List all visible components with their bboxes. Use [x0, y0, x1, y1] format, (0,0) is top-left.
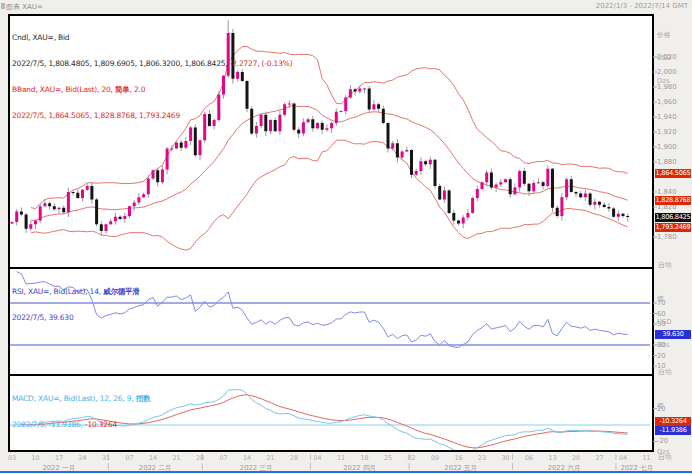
- tick-label: 1,920: [657, 128, 676, 136]
- price-axis-auto-button[interactable]: 自动: [658, 260, 672, 270]
- day-label: 10: [29, 454, 43, 462]
- day-label: 21: [264, 454, 278, 462]
- rsi-axis-badge: 39.630: [655, 330, 691, 339]
- rsi-value: 2022/7/5, 39.630: [12, 314, 140, 323]
- tick-label: 20: [657, 405, 666, 413]
- day-label: 23: [475, 454, 489, 462]
- bband-values: 2022/7/5, 1,864.5065, 1,828.8768, 1,793.…: [12, 112, 292, 121]
- bband-upper-axis-badge: 1,864.5065: [655, 169, 691, 178]
- day-label: 09: [428, 454, 442, 462]
- price-legend: Cndl, XAU=, Bid 2022/7/5, 1,808.4805, 1,…: [12, 17, 292, 129]
- tick-label: -20: [657, 437, 668, 445]
- tick-label: 70: [657, 299, 666, 307]
- day-label: 14: [146, 454, 160, 462]
- ohlc-values: 2022/7/5, 1,808.4805, 1,809.6905, 1,806.…: [12, 59, 228, 68]
- day-label: 16: [452, 454, 466, 462]
- rsi-legend: RSI, XAU=, Bid(Last), 14, 威尔德平滑 2022/7/5…: [12, 271, 140, 331]
- tick-label: 2,000: [657, 68, 676, 76]
- tick-label: 1,900: [657, 143, 676, 151]
- day-label: 18: [358, 454, 372, 462]
- change-values: -2.2727, (-0.13%): [228, 59, 293, 68]
- tick-label: 30: [657, 341, 666, 349]
- bband-series-label: BBand, XAU=, Bid(Last), 20,: [12, 85, 115, 94]
- day-label: 06: [522, 454, 536, 462]
- tick-label: 1,960: [657, 98, 676, 106]
- day-label: 24: [76, 454, 90, 462]
- day-label: 07: [123, 454, 137, 462]
- macd-line-axis-badge: -11.9386: [655, 426, 691, 435]
- day-label: 02: [405, 454, 419, 462]
- macd-signal-value: -10.3264: [83, 420, 117, 429]
- day-label: 11: [334, 454, 348, 462]
- day-label: 14: [240, 454, 254, 462]
- day-label: 31: [99, 454, 113, 462]
- day-label: 20: [569, 454, 583, 462]
- tick-label: 1,940: [657, 113, 676, 121]
- day-label: 21: [170, 454, 184, 462]
- day-label: 13: [546, 454, 560, 462]
- macd-axis-auto-button[interactable]: 自动: [658, 452, 672, 462]
- tick-label: 1,980: [657, 83, 676, 91]
- tick-label: 1,840: [657, 188, 676, 196]
- tick-label: 10: [657, 362, 666, 370]
- rsi-series-label: RSI, XAU=, Bid(Last), 14,: [12, 287, 103, 296]
- day-label: 28: [193, 454, 207, 462]
- day-label: 11: [640, 454, 654, 462]
- macd-value: 2022/7/5, -11.9386,: [12, 420, 83, 429]
- macd-signal-axis-badge: -10.3264: [655, 417, 691, 426]
- day-label: 27: [593, 454, 607, 462]
- day-label: 04: [311, 454, 325, 462]
- tick-label: 60: [657, 310, 666, 318]
- bband-lower-axis-badge: 1,793.2469: [655, 223, 691, 232]
- day-label: 28: [287, 454, 301, 462]
- tick-label: 1,880: [657, 158, 676, 166]
- day-label: 03: [5, 454, 19, 462]
- candle-series-label: Cndl, XAU=, Bid: [12, 34, 292, 43]
- last-price-axis-badge: 1,806.8425: [655, 213, 691, 222]
- day-label: 07: [217, 454, 231, 462]
- tick-label: 1,780: [657, 233, 676, 241]
- tick-label: 50: [657, 320, 666, 328]
- day-label: 17: [52, 454, 66, 462]
- macd-series-label: MACD, XAU=, Bid(Last), 12, 26, 9,: [12, 394, 136, 403]
- day-label: 25: [381, 454, 395, 462]
- tick-label: 20: [657, 352, 666, 360]
- tick-label: 2,020: [657, 53, 676, 61]
- bband-mid-axis-badge: 1,828.8768: [655, 196, 691, 205]
- bband-ma-type: 简单: [115, 85, 130, 94]
- day-label: 04: [616, 454, 630, 462]
- rsi-smoothing-type: 威尔德平滑: [103, 287, 140, 296]
- macd-legend: MACD, XAU=, Bid(Last), 12, 26, 9, 指数 202…: [12, 378, 150, 438]
- macd-ma-type: 指数: [136, 394, 151, 403]
- day-label: 30: [499, 454, 513, 462]
- window-bottom-edge: [0, 471, 692, 473]
